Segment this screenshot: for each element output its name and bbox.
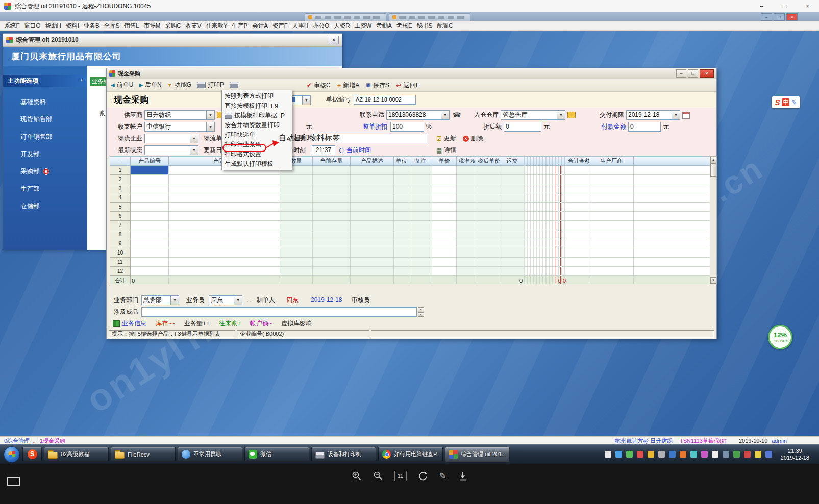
cell[interactable]: 11 bbox=[110, 258, 131, 267]
column-header[interactable]: 当前存量 bbox=[313, 157, 351, 166]
phone-icon[interactable]: ☎ bbox=[453, 110, 461, 120]
cell[interactable] bbox=[524, 193, 567, 203]
cell[interactable] bbox=[432, 203, 457, 212]
sidebar-item[interactable]: 基础资料 bbox=[3, 94, 87, 110]
cell[interactable] bbox=[169, 267, 280, 276]
cell[interactable] bbox=[131, 258, 169, 267]
cell[interactable] bbox=[432, 193, 457, 203]
cell[interactable] bbox=[567, 193, 589, 203]
cell[interactable] bbox=[432, 267, 457, 276]
cell[interactable] bbox=[432, 230, 457, 239]
cell[interactable] bbox=[524, 221, 567, 230]
cell[interactable] bbox=[500, 184, 524, 193]
cell[interactable] bbox=[131, 203, 169, 212]
cell[interactable] bbox=[313, 258, 351, 267]
cell[interactable]: 6 bbox=[110, 212, 131, 221]
cell[interactable] bbox=[477, 212, 500, 221]
cell[interactable] bbox=[589, 193, 634, 203]
cell[interactable] bbox=[524, 267, 567, 276]
menu-item[interactable]: 按模板打印单据 P bbox=[222, 111, 292, 120]
cell[interactable] bbox=[280, 239, 313, 248]
cell[interactable] bbox=[394, 248, 409, 258]
footer-link[interactable]: 业务信息 bbox=[113, 319, 146, 328]
scroll-up-icon[interactable]: ▲ bbox=[710, 157, 716, 163]
cell[interactable] bbox=[313, 166, 351, 175]
cell[interactable]: 7 bbox=[110, 221, 131, 230]
column-header[interactable] bbox=[524, 157, 567, 166]
cell[interactable] bbox=[500, 239, 524, 248]
menubar-item[interactable]: 生产P bbox=[230, 21, 250, 30]
cell[interactable] bbox=[500, 248, 524, 258]
sidebar-item[interactable]: 采购部 bbox=[3, 164, 87, 179]
cell[interactable] bbox=[409, 239, 432, 248]
after-discount-field[interactable]: 0 bbox=[504, 122, 541, 132]
column-header[interactable]: 产品编号 bbox=[131, 157, 169, 166]
cell[interactable] bbox=[634, 184, 710, 193]
cell[interactable] bbox=[169, 175, 280, 184]
cell[interactable] bbox=[524, 230, 567, 239]
cell[interactable] bbox=[457, 175, 477, 184]
cell[interactable] bbox=[409, 175, 432, 184]
cell[interactable] bbox=[351, 166, 394, 175]
add-button[interactable]: + 新增A bbox=[337, 81, 360, 90]
cell[interactable] bbox=[409, 203, 432, 212]
tray-icon[interactable] bbox=[615, 451, 622, 458]
menubar-item[interactable]: 考勤A bbox=[374, 21, 394, 30]
cell[interactable] bbox=[432, 239, 457, 248]
cell[interactable] bbox=[394, 184, 409, 193]
cell[interactable]: 10 bbox=[110, 248, 131, 258]
cell[interactable] bbox=[313, 230, 351, 239]
cell[interactable] bbox=[351, 212, 394, 221]
pen-icon[interactable]: ✎ bbox=[791, 99, 797, 106]
cell[interactable] bbox=[394, 239, 409, 248]
cell[interactable] bbox=[500, 203, 524, 212]
cell[interactable] bbox=[351, 258, 394, 267]
cell[interactable] bbox=[457, 267, 477, 276]
column-header[interactable] bbox=[634, 157, 710, 166]
save-button[interactable]: ▣ 保存S bbox=[366, 81, 389, 90]
menubar-item[interactable]: 系统F bbox=[2, 21, 22, 30]
cell[interactable] bbox=[524, 175, 567, 184]
cell[interactable] bbox=[351, 239, 394, 248]
audit-button[interactable]: ✔ 审核C bbox=[307, 81, 331, 90]
cell[interactable] bbox=[457, 212, 477, 221]
close-icon[interactable]: × bbox=[796, 1, 819, 12]
cell[interactable] bbox=[567, 239, 589, 248]
cell[interactable] bbox=[457, 230, 477, 239]
cell[interactable] bbox=[313, 203, 351, 212]
cell[interactable] bbox=[313, 239, 351, 248]
pay-amount-field[interactable]: 0 bbox=[628, 122, 661, 132]
cell[interactable] bbox=[169, 230, 280, 239]
scroll-down-icon[interactable]: ▼ bbox=[710, 277, 716, 284]
column-header[interactable]: 运费 bbox=[500, 157, 524, 166]
cell[interactable] bbox=[457, 203, 477, 212]
cell[interactable] bbox=[313, 221, 351, 230]
footer-link[interactable]: 业务量++ bbox=[184, 319, 210, 328]
cell[interactable] bbox=[589, 248, 634, 258]
cell[interactable] bbox=[477, 248, 500, 258]
cell[interactable] bbox=[394, 212, 409, 221]
menubar-item[interactable]: 仓库S bbox=[102, 21, 122, 30]
print-button[interactable]: 打印P bbox=[197, 81, 224, 89]
cell[interactable] bbox=[409, 212, 432, 221]
tray-icon[interactable] bbox=[690, 451, 697, 458]
cell[interactable] bbox=[589, 239, 634, 248]
cell[interactable] bbox=[280, 221, 313, 230]
menubar-item[interactable]: 会计A bbox=[250, 21, 270, 30]
download-icon[interactable] bbox=[458, 471, 468, 481]
cell[interactable] bbox=[567, 175, 589, 184]
cell[interactable] bbox=[589, 267, 634, 276]
column-header[interactable]: - bbox=[110, 157, 131, 166]
cell[interactable] bbox=[131, 248, 169, 258]
cell[interactable] bbox=[432, 212, 457, 221]
pencil-icon[interactable]: ✎ bbox=[439, 472, 446, 481]
tray-icon[interactable] bbox=[669, 451, 676, 458]
cell[interactable]: 8 bbox=[110, 230, 131, 239]
cell[interactable] bbox=[131, 193, 169, 203]
cell[interactable] bbox=[477, 267, 500, 276]
column-header[interactable]: 备注 bbox=[409, 157, 432, 166]
cell[interactable] bbox=[477, 203, 500, 212]
cell[interactable] bbox=[477, 221, 500, 230]
footer-link[interactable]: 库存~~ bbox=[156, 319, 175, 328]
cell[interactable] bbox=[169, 248, 280, 258]
